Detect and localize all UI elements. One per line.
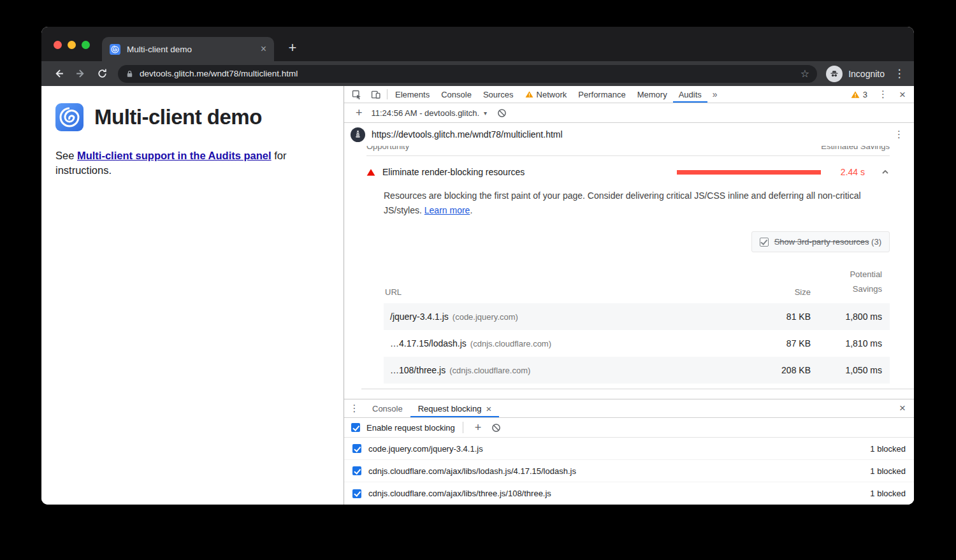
opportunity-table-header: Opportunity Estimated Savings — [366, 146, 890, 156]
collapse-chevron-icon[interactable] — [881, 168, 890, 176]
tab-network[interactable]: Network — [519, 86, 573, 103]
tab-audits[interactable]: Audits — [673, 86, 707, 103]
third-party-label: Show 3rd-party resources — [774, 237, 869, 247]
potential-savings-column-label: Potential Savings — [836, 268, 882, 297]
resource-size: 87 KB — [760, 338, 811, 348]
drawer-tab-console[interactable]: Console — [365, 399, 410, 417]
resource-savings: 1,050 ms — [836, 365, 882, 375]
resource-url: …4.17.15/lodash.js — [390, 338, 467, 348]
devtools-close-button[interactable]: × — [894, 89, 911, 100]
table-row[interactable]: /jquery-3.4.1.js(code.jquery.com) 81 KB … — [384, 303, 890, 330]
new-audit-button[interactable]: + — [349, 106, 369, 120]
bookmark-star-icon[interactable]: ☆ — [800, 69, 809, 79]
pattern-checkbox[interactable] — [352, 466, 361, 475]
minimize-window-button[interactable] — [68, 41, 76, 49]
savings-bar — [677, 170, 821, 175]
devtools-main-toolbar: Elements Console Sources Network Perform… — [344, 86, 914, 103]
devtools-drawer: ⋮ Console Request blocking × × Enable re… — [344, 399, 914, 505]
toolbar-separator — [463, 422, 463, 433]
block-icon — [491, 423, 501, 433]
inspect-element-button[interactable] — [347, 86, 366, 103]
close-window-button[interactable] — [54, 41, 62, 49]
blocked-pattern-row[interactable]: code.jquery.com/jquery-3.4.1.js 1 blocke… — [344, 438, 914, 460]
browser-tab[interactable]: Multi-client demo × — [102, 37, 274, 61]
device-toolbar-button[interactable] — [366, 86, 385, 103]
forward-button[interactable] — [69, 64, 91, 84]
audit-run-select[interactable]: 11:24:56 AM - devtools.glitch. ▾ — [372, 108, 488, 118]
blocked-count: 1 blocked — [870, 466, 906, 476]
resource-url: /jquery-3.4.1.js — [390, 312, 449, 322]
fullscreen-window-button[interactable] — [82, 41, 90, 49]
tab-close-icon[interactable]: × — [261, 44, 266, 54]
drawer-menu-button[interactable]: ⋮ — [344, 399, 365, 417]
clear-audits-button[interactable] — [497, 108, 507, 118]
warnings-badge[interactable]: 3 — [846, 90, 873, 99]
pattern-text: cdnjs.cloudflare.com/ajax/libs/lodash.js… — [368, 466, 576, 476]
opportunity-title: Eliminate render-blocking resources — [382, 167, 525, 177]
page-title: Multi-client demo — [94, 105, 262, 129]
back-button[interactable] — [48, 64, 69, 84]
new-tab-button[interactable]: + — [284, 39, 301, 56]
remove-all-patterns-button[interactable] — [491, 423, 501, 433]
third-party-row: Show 3rd-party resources (3) — [384, 231, 890, 252]
drawer-tab-bar: ⋮ Console Request blocking × × — [344, 399, 914, 418]
incognito-icon — [826, 66, 843, 82]
tab-console[interactable]: Console — [435, 86, 477, 103]
resource-table: URL Size Potential Savings /jquery-3.4.1… — [384, 265, 890, 384]
navigation-bar: devtools.glitch.me/wndt78/multiclient.ht… — [41, 61, 914, 86]
block-icon — [497, 108, 507, 118]
pattern-checkbox[interactable] — [352, 489, 361, 498]
table-row[interactable]: …108/three.js(cdnjs.cloudflare.com) 208 … — [384, 357, 890, 384]
blocked-pattern-row[interactable]: cdnjs.cloudflare.com/ajax/libs/three.js/… — [344, 482, 914, 505]
audited-url-row: https://devtools.glitch.me/wndt78/multic… — [344, 123, 914, 146]
tab-sources[interactable]: Sources — [477, 86, 519, 103]
opportunity-details: Resources are blocking the first paint o… — [384, 189, 890, 389]
reload-icon — [97, 68, 108, 79]
enable-request-blocking-checkbox[interactable] — [351, 423, 360, 432]
toolbar-separator — [387, 89, 387, 99]
drawer-tab-request-blocking[interactable]: Request blocking × — [410, 399, 500, 417]
page-intro: See Multi-client support in the Audits p… — [55, 148, 330, 178]
blocked-pattern-row[interactable]: cdnjs.cloudflare.com/ajax/libs/lodash.js… — [344, 460, 914, 482]
page-logo-icon — [55, 103, 83, 131]
warning-triangle-icon — [851, 90, 860, 99]
lock-icon — [126, 69, 134, 78]
device-toolbar-icon — [370, 89, 381, 100]
report-divider — [361, 389, 914, 389]
inspect-cursor-icon — [351, 89, 362, 100]
devtools-toolbar-right: 3 ⋮ × — [846, 86, 914, 103]
tab-performance[interactable]: Performance — [572, 86, 631, 103]
third-party-count: (3) — [871, 237, 881, 247]
address-bar[interactable]: devtools.glitch.me/wndt78/multiclient.ht… — [118, 65, 817, 83]
devtools-menu-button[interactable]: ⋮ — [873, 89, 894, 100]
add-pattern-button[interactable]: + — [471, 421, 486, 434]
enable-request-blocking-label: Enable request blocking — [366, 423, 455, 433]
audited-url-text: https://devtools.glitch.me/wndt78/multic… — [372, 129, 563, 140]
browser-menu-button[interactable]: ⋮ — [891, 67, 908, 80]
reload-button[interactable] — [91, 64, 113, 84]
table-row[interactable]: …4.17.15/lodash.js(cdnjs.cloudflare.com)… — [384, 330, 890, 357]
tab-memory[interactable]: Memory — [632, 86, 673, 103]
third-party-toggle[interactable]: Show 3rd-party resources (3) — [751, 231, 890, 252]
audits-panel-link[interactable]: Multi-client support in the Audits panel — [77, 150, 272, 161]
audit-report[interactable]: Opportunity Estimated Savings Eliminate … — [344, 146, 914, 399]
opportunity-column-label: Opportunity — [366, 146, 409, 151]
more-tabs-button[interactable]: » — [707, 86, 723, 103]
pattern-checkbox[interactable] — [352, 444, 361, 453]
resource-url: …108/three.js — [390, 365, 445, 375]
opportunity-row[interactable]: Eliminate render-blocking resources 2.44… — [366, 167, 890, 177]
drawer-tab-close-icon[interactable]: × — [486, 404, 491, 413]
opportunity-description: Resources are blocking the first paint o… — [384, 189, 888, 218]
tab-favicon-icon — [110, 44, 120, 55]
tab-strip: Multi-client demo × + — [41, 27, 914, 61]
audit-run-label: 11:24:56 AM - devtools.glitch. — [372, 108, 480, 118]
incognito-badge: Incognito — [826, 66, 885, 82]
incognito-label: Incognito — [848, 69, 885, 79]
window-content: Multi-client demo See Multi-client suppo… — [41, 86, 914, 505]
drawer-close-button[interactable]: × — [891, 399, 914, 417]
dropdown-arrow-icon: ▾ — [484, 110, 487, 117]
learn-more-link[interactable]: Learn more — [424, 205, 470, 215]
tab-elements[interactable]: Elements — [389, 86, 435, 103]
audit-report-menu-button[interactable]: ⋮ — [890, 129, 908, 140]
third-party-checkbox[interactable] — [760, 238, 769, 247]
